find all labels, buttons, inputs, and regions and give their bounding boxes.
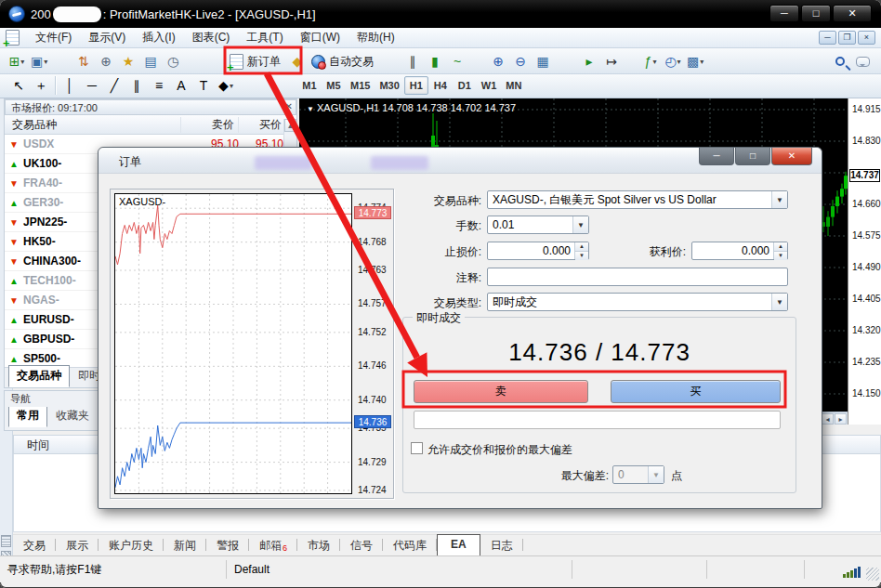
spin-up-icon[interactable]: ▲ [774, 242, 787, 252]
terminal-tab-市场[interactable]: 市场 [297, 535, 340, 556]
horizontal-line-tool[interactable]: ─ [81, 75, 103, 96]
scroll-left-icon[interactable]: ◂ [822, 413, 834, 425]
menu-item[interactable]: 工具(T) [238, 28, 291, 47]
mdi-close-button[interactable]: × [858, 31, 875, 45]
indicators-button[interactable]: ƒ▾ [639, 50, 662, 72]
stoploss-input[interactable]: 0.000 ▲▼ [487, 242, 589, 260]
menu-item[interactable]: 显示(V) [80, 28, 134, 47]
terminal-tab-邮箱[interactable]: 邮箱6 [249, 535, 297, 556]
scroll-right-icon[interactable]: ▸ [835, 413, 847, 425]
navigator-tab[interactable]: 收藏夹 [47, 405, 98, 427]
deviation-checkbox[interactable] [411, 442, 423, 454]
vertical-line-tool[interactable]: │ [59, 75, 81, 96]
chevron-down-icon[interactable]: ▾ [677, 58, 681, 66]
order-type-select[interactable]: 即时成交▼ [487, 293, 788, 311]
volume-select[interactable]: 0.01▼ [487, 216, 589, 234]
timeframe-h1[interactable]: H1 [404, 76, 428, 95]
comment-input[interactable] [487, 268, 788, 286]
timeframe-m1[interactable]: M1 [297, 76, 322, 95]
timeframe-h4[interactable]: H4 [428, 76, 453, 95]
mdi-minimize-button[interactable]: ─ [819, 31, 836, 45]
strategy-tester-toggle[interactable]: ◷ [162, 50, 184, 72]
text-label-tool[interactable]: T [192, 75, 215, 96]
bar-chart-button[interactable]: ∥ [401, 50, 424, 72]
mdi-restore-button[interactable]: ❐ [838, 31, 856, 45]
profiles-button[interactable]: ▣▾ [28, 50, 50, 72]
terminal-tab-信号[interactable]: 信号 [340, 535, 383, 556]
menu-item[interactable]: 窗口(W) [292, 28, 348, 47]
equidistant-channel-tool[interactable]: ∥ [125, 75, 148, 96]
terminal-tab-EA[interactable]: EA [437, 534, 480, 555]
order-dialog-titlebar[interactable]: 订单 ─ □ ✕ [99, 148, 822, 174]
market-watch-tab[interactable]: 交易品种 [8, 365, 70, 387]
menu-item[interactable]: 文件(F) [27, 28, 80, 47]
crosshair-tool[interactable]: ＋ [30, 75, 52, 96]
minimize-button[interactable]: ─ [769, 5, 799, 22]
chart-shift-toggle[interactable]: ↦ [600, 50, 623, 72]
spin-down-icon[interactable]: ▼ [575, 252, 588, 260]
search-button[interactable] [829, 50, 851, 72]
buy-button[interactable]: 买 [611, 380, 781, 403]
chevron-down-icon[interactable]: ▼ [771, 191, 787, 208]
terminal-tab-新闻[interactable]: 新闻 [164, 535, 206, 556]
maximize-button[interactable]: □ [801, 5, 831, 22]
spin-up-icon[interactable]: ▲ [575, 242, 588, 252]
autotrading-button[interactable]: 自动交易 [309, 50, 379, 72]
candlestick-chart-button[interactable]: ▮ [424, 50, 446, 72]
resize-grip[interactable] [866, 568, 879, 581]
new-order-button[interactable]: 新订单 [227, 50, 286, 72]
symbol-column-header[interactable]: 交易品种 [5, 117, 181, 133]
scroll-up-icon[interactable]: ▲ [284, 119, 296, 132]
terminal-tab-账户历史[interactable]: 账户历史 [99, 535, 164, 556]
tile-windows-button[interactable]: ▦ [532, 50, 554, 72]
new-chart-button[interactable]: ⊞▾ [6, 50, 28, 72]
price-scale[interactable]: 14.91514.83014.66014.57514.49014.40514.3… [848, 98, 881, 425]
trendline-tool[interactable]: ╱ [103, 75, 125, 96]
fibonacci-tool[interactable]: ≡ [148, 75, 170, 96]
navigator-tab[interactable]: 常用 [8, 405, 47, 427]
cursor-tool[interactable]: ↖ [7, 75, 30, 96]
terminal-tab-展示[interactable]: 展示 [56, 535, 99, 556]
chevron-down-icon[interactable]: ▾ [700, 58, 703, 66]
dock-handle-icon[interactable] [1, 535, 11, 547]
timeframe-m5[interactable]: M5 [322, 76, 346, 95]
text-tool[interactable]: A [170, 75, 192, 96]
terminal-toggle[interactable]: ▤ [139, 50, 162, 72]
dialog-maximize-button[interactable]: □ [735, 148, 770, 165]
market-watch-close-icon[interactable]: ✕ [285, 101, 293, 111]
metaeditor-button[interactable]: ◆ [286, 50, 309, 72]
terminal-tab-日志[interactable]: 日志 [480, 535, 523, 556]
timeframe-m30[interactable]: M30 [375, 76, 403, 95]
takeprofit-input[interactable]: 0.000 ▲▼ [691, 242, 788, 260]
bid-column-header[interactable]: 卖价 [181, 117, 239, 133]
timeframe-w1[interactable]: W1 [477, 76, 502, 95]
terminal-tab-警报[interactable]: 警报 [206, 535, 249, 556]
chevron-down-icon[interactable]: ▼ [572, 216, 588, 233]
chevron-down-icon[interactable]: ▼ [771, 294, 787, 310]
timeframe-m15[interactable]: M15 [346, 76, 375, 95]
market-watch-toggle[interactable]: ⇅ [72, 50, 95, 72]
shapes-tool[interactable]: ◆▾ [215, 75, 237, 96]
auto-scroll-toggle[interactable]: ▸ [578, 50, 600, 72]
line-chart-button[interactable]: ~ [446, 50, 468, 72]
terminal-tab-交易[interactable]: 交易 [13, 535, 56, 556]
close-button[interactable]: ✕ [833, 5, 872, 22]
dialog-minimize-button[interactable]: ─ [699, 148, 734, 165]
data-window-toggle[interactable]: ⊕ [95, 50, 117, 72]
periods-button[interactable]: ◴▾ [662, 50, 684, 72]
ask-column-header[interactable]: 买价 [239, 117, 283, 133]
zoom-out-button[interactable]: ⊖ [509, 50, 532, 72]
menu-item[interactable]: 插入(I) [134, 28, 183, 47]
menu-item[interactable]: 帮助(H) [348, 28, 403, 47]
menu-item[interactable]: 图表(C) [184, 28, 239, 47]
navigator-toggle[interactable]: ★ [117, 50, 139, 72]
status-profile[interactable]: Default [227, 560, 572, 579]
dialog-close-button[interactable]: ✕ [771, 148, 812, 165]
chevron-down-icon[interactable]: ▾ [20, 58, 24, 66]
terminal-tab-代码库[interactable]: 代码库 [383, 535, 437, 556]
chat-button[interactable] [851, 50, 874, 72]
zoom-in-button[interactable]: ⊕ [487, 50, 509, 72]
market-watch-header[interactable]: 交易品种 卖价 买价 [5, 115, 296, 135]
symbol-select[interactable]: XAGUSD-, 白银美元 Spot Silver vs US Dollar▼ [487, 190, 788, 209]
chevron-down-icon[interactable]: ▾ [230, 82, 233, 90]
